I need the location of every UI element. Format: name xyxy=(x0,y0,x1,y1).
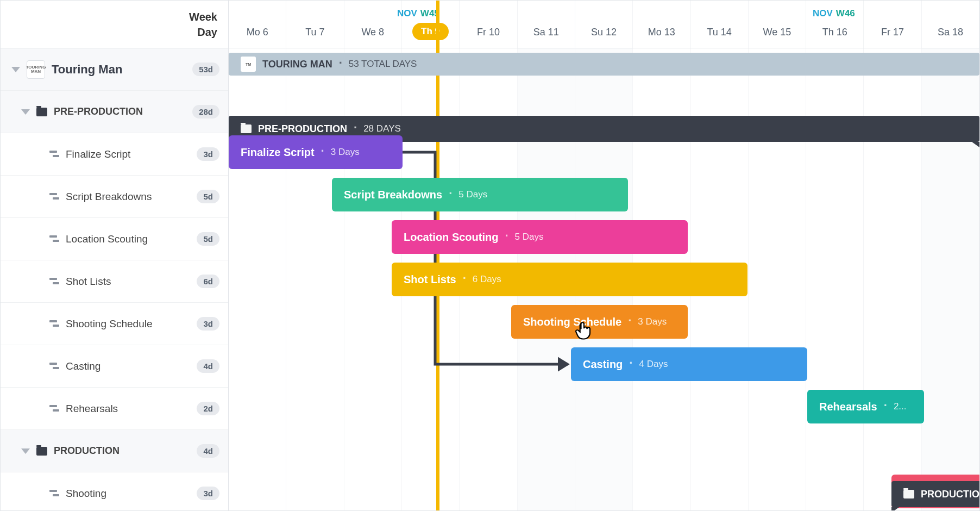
chevron-down-icon[interactable] xyxy=(21,448,30,454)
chevron-down-icon[interactable] xyxy=(21,109,30,115)
sidebar-row-task[interactable]: Shot Lists 6d xyxy=(1,260,228,303)
bar-duration: 3 Days xyxy=(331,147,360,158)
folder-icon xyxy=(36,447,47,456)
bar-duration: 5 Days xyxy=(515,232,544,242)
task-icon xyxy=(49,278,59,285)
day-column-header[interactable]: We 8 xyxy=(344,1,402,48)
folder-label[interactable]: PRODUCTION xyxy=(54,445,120,457)
bar-label: Finalize Script xyxy=(241,146,315,159)
gantt-bar-casting[interactable]: Casting · 4 Days xyxy=(571,347,807,381)
task-icon xyxy=(49,363,59,370)
day-column-header[interactable]: Tu 14 xyxy=(691,1,749,48)
day-column-header[interactable]: Fr 17 xyxy=(864,1,921,48)
day-column-header[interactable]: Tu 7 xyxy=(286,1,344,48)
folder-icon xyxy=(241,124,252,133)
sidebar-row-task[interactable]: Rehearsals 2d xyxy=(1,388,228,430)
gantt-bar-scouting[interactable]: Location Scouting · 5 Days xyxy=(392,220,688,254)
sidebar: Week Day TOURINGMAN Touring Man 53d PRE-… xyxy=(1,1,229,510)
gantt-summary-folder[interactable]: PRODUCTION · 4 xyxy=(891,481,979,507)
sidebar-row-task[interactable]: Location Scouting 5d xyxy=(1,218,228,260)
gantt-bar-breakdowns[interactable]: Script Breakdowns · 5 Days xyxy=(332,178,628,211)
task-icon xyxy=(49,320,59,328)
bar-duration: 5 Days xyxy=(458,189,487,200)
sidebar-row-task[interactable]: Shooting Schedule 3d xyxy=(1,303,228,345)
app-root: Week Day TOURINGMAN Touring Man 53d PRE-… xyxy=(0,0,980,511)
day-column-header[interactable]: Sa 18 xyxy=(922,1,979,48)
bar-duration: 2... xyxy=(894,401,907,412)
gantt-bar-shootsched[interactable]: Shooting Schedule · 3 Days xyxy=(511,305,688,339)
task-icon xyxy=(49,490,59,497)
timeline-body: TM TOURING MAN · 53 TOTAL DAYS PRE-PRODU… xyxy=(229,48,979,510)
sidebar-row-folder[interactable]: PRE-PRODUCTION 28d xyxy=(1,91,228,133)
project-title[interactable]: Touring Man xyxy=(52,63,122,77)
bar-label: Shot Lists xyxy=(404,273,456,286)
timeline[interactable]: Mo 6Tu 7We 8Th 9Fr 10Sa 11Su 12Mo 13Tu 1… xyxy=(229,1,979,510)
task-label[interactable]: Location Scouting xyxy=(66,233,148,245)
timeline-header: Mo 6Tu 7We 8Th 9Fr 10Sa 11Su 12Mo 13Tu 1… xyxy=(229,1,979,48)
sidebar-row-project[interactable]: TOURINGMAN Touring Man 53d xyxy=(1,48,228,91)
summary-sub: 28 DAYS xyxy=(363,123,401,134)
task-icon xyxy=(49,193,59,201)
day-column-header[interactable]: Su 12 xyxy=(575,1,633,48)
task-duration-pill: 6d xyxy=(197,275,219,288)
gantt-bars: TM TOURING MAN · 53 TOTAL DAYS PRE-PRODU… xyxy=(229,48,979,510)
sidebar-row-task[interactable]: Casting 4d xyxy=(1,345,228,388)
task-duration-pill: 5d xyxy=(197,232,219,246)
summary-label: PRE-PRODUCTION xyxy=(258,123,347,135)
bar-label: Rehearsals xyxy=(819,401,877,413)
task-label[interactable]: Shooting xyxy=(66,488,106,500)
sidebar-row-task[interactable]: Script Breakdowns 5d xyxy=(1,176,228,218)
summary-label: TOURING MAN xyxy=(262,59,332,70)
task-duration-pill: 3d xyxy=(197,487,219,500)
week-label: NOVW46 xyxy=(813,8,855,19)
summary-sub: 53 TOTAL DAYS xyxy=(349,59,417,70)
cursor-icon xyxy=(572,318,596,347)
summary-label: PRODUCTION xyxy=(921,489,979,500)
axis-label-week: Week xyxy=(189,9,217,24)
task-label[interactable]: Casting xyxy=(66,360,100,372)
project-logo: TOURINGMAN xyxy=(27,60,45,79)
task-label[interactable]: Finalize Script xyxy=(66,148,130,160)
sidebar-body: TOURINGMAN Touring Man 53d PRE-PRODUCTIO… xyxy=(1,48,228,510)
today-pill: Th 9 xyxy=(412,23,449,40)
task-duration-pill: 5d xyxy=(197,190,219,203)
task-icon xyxy=(49,405,59,413)
axis-label-day: Day xyxy=(197,24,217,40)
bar-duration: 6 Days xyxy=(473,274,501,285)
sidebar-row-task[interactable]: Finalize Script 3d xyxy=(1,133,228,176)
bar-label: Location Scouting xyxy=(404,231,498,244)
task-duration-pill: 3d xyxy=(197,317,219,331)
sidebar-header: Week Day xyxy=(1,1,228,48)
bar-label: Script Breakdowns xyxy=(344,189,442,201)
week-label: NOVW45 xyxy=(397,8,439,19)
sidebar-row-folder[interactable]: PRODUCTION 4d xyxy=(1,430,228,472)
task-icon xyxy=(49,235,59,243)
folder-label[interactable]: PRE-PRODUCTION xyxy=(54,106,143,117)
day-column-header[interactable]: Sa 11 xyxy=(518,1,575,48)
task-label[interactable]: Rehearsals xyxy=(66,403,118,415)
task-label[interactable]: Shot Lists xyxy=(66,276,111,288)
task-duration-pill: 2d xyxy=(197,402,219,415)
chevron-down-icon[interactable] xyxy=(11,67,20,72)
sidebar-row-task[interactable]: Shooting 3d xyxy=(1,472,228,510)
folder-duration-pill: 28d xyxy=(192,105,219,119)
day-column-header[interactable]: Fr 10 xyxy=(460,1,517,48)
day-column-header[interactable]: We 15 xyxy=(749,1,806,48)
project-logo: TM xyxy=(241,57,256,72)
gantt-bar-finalize[interactable]: Finalize Script · 3 Days xyxy=(229,135,403,169)
task-label[interactable]: Shooting Schedule xyxy=(66,318,153,330)
task-duration-pill: 4d xyxy=(197,359,219,373)
task-duration-pill: 3d xyxy=(197,147,219,161)
gantt-bar-rehearsals[interactable]: Rehearsals · 2... xyxy=(807,390,924,423)
folder-icon xyxy=(903,490,914,498)
gantt-bar-shotlists[interactable]: Shot Lists · 6 Days xyxy=(392,263,747,296)
task-label[interactable]: Script Breakdowns xyxy=(66,191,152,203)
bar-duration: 4 Days xyxy=(639,359,668,370)
bar-duration: 3 Days xyxy=(638,316,667,327)
task-icon xyxy=(49,151,59,158)
day-column-header[interactable]: Mo 13 xyxy=(633,1,690,48)
folder-duration-pill: 4d xyxy=(197,444,219,458)
gantt-summary-project[interactable]: TM TOURING MAN · 53 TOTAL DAYS xyxy=(229,53,979,76)
day-column-header[interactable]: Mo 6 xyxy=(229,1,286,48)
folder-icon xyxy=(36,108,47,116)
